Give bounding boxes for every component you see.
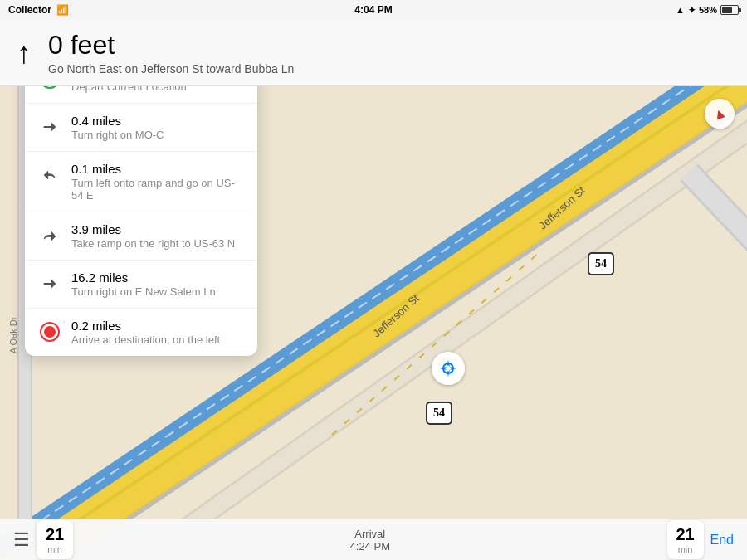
time-right-number: 21	[676, 525, 696, 544]
nav-arrow-icon: ↑	[17, 38, 32, 68]
arrive-main: 0.2 miles	[71, 319, 220, 333]
svg-text:A Oak Dr: A Oak Dr	[8, 316, 18, 353]
direction-arrive: 0.2 miles Arrive at destination, on the …	[25, 309, 257, 356]
red-dot-icon	[42, 324, 58, 340]
turn-right-icon	[41, 118, 59, 136]
status-left: Collector 📶	[8, 4, 69, 16]
step4-sub: Turn right on E New Salem Ln	[71, 285, 216, 298]
step3-sub: Take ramp on the right to US-63 N	[71, 237, 235, 250]
arrival-time: 4:24 PM	[350, 540, 390, 553]
compass[interactable]: ▲	[705, 99, 735, 129]
end-button[interactable]: End	[710, 533, 734, 548]
location-icon	[438, 358, 458, 378]
nav-distance: 0 feet	[48, 30, 294, 61]
road-shield-54-second: 54	[426, 402, 452, 425]
wifi-icon: 📶	[56, 4, 69, 16]
time-left-number: 21	[45, 525, 65, 544]
direction-step1: 0.4 miles Turn right on MO-C	[25, 104, 257, 152]
nav-instruction: Go North East on Jefferson St toward Bub…	[48, 62, 294, 75]
status-right: ▲ ✦ 58%	[676, 5, 739, 16]
step2-icon	[38, 163, 61, 187]
status-time: 4:04 PM	[354, 4, 392, 16]
step1-sub: Turn right on MO-C	[71, 129, 164, 141]
arrival-label: Arrival	[350, 528, 390, 540]
app-name: Collector	[8, 4, 51, 16]
step1-main: 0.4 miles	[71, 114, 164, 128]
ramp-right-icon	[41, 226, 59, 245]
step1-icon	[38, 115, 61, 139]
time-left-widget: 21 min	[37, 520, 73, 559]
step3-main: 3.9 miles	[71, 222, 235, 236]
nav-info: 0 feet Go North East on Jefferson St tow…	[48, 30, 294, 75]
bluetooth-icon: ✦	[688, 5, 696, 16]
menu-button[interactable]: ☰	[13, 529, 30, 551]
arrive-icon	[38, 320, 61, 343]
step2-main: 0.1 miles	[71, 162, 244, 176]
nav-header: ↑ 0 feet Go North East on Jefferson St t…	[0, 20, 747, 86]
time-right-widget: 21 min	[667, 520, 704, 559]
road-shield-54-main: 54	[588, 252, 614, 275]
turn-right-icon-2	[41, 275, 59, 293]
step2-sub: Turn left onto ramp and go on US-54 E	[71, 177, 244, 202]
arrival-info: Arrival 4:24 PM	[350, 528, 390, 553]
direction-step4: 16.2 miles Turn right on E New Salem Ln	[25, 261, 257, 309]
location-icon: ▲	[676, 5, 685, 15]
arrive-sub: Arrive at destination, on the left	[71, 334, 220, 346]
time-left-unit: min	[45, 544, 65, 554]
compass-needle: ▲	[710, 103, 730, 124]
status-bar: Collector 📶 4:04 PM ▲ ✦ 58%	[0, 0, 747, 20]
direction-step2: 0.1 miles Turn left onto ramp and go on …	[25, 152, 257, 212]
step3-icon	[38, 224, 61, 247]
location-button[interactable]	[432, 352, 465, 385]
step4-main: 16.2 miles	[71, 270, 216, 285]
turn-left-ramp-icon	[41, 166, 59, 184]
bottom-bar: ☰ 21 min Arrival 4:24 PM 21 min End	[0, 519, 747, 560]
battery-icon	[720, 5, 739, 15]
battery-pct: 58%	[699, 5, 717, 15]
direction-step3: 3.9 miles Take ramp on the right to US-6…	[25, 212, 257, 261]
step4-icon	[38, 272, 61, 295]
time-right-unit: min	[676, 544, 696, 554]
